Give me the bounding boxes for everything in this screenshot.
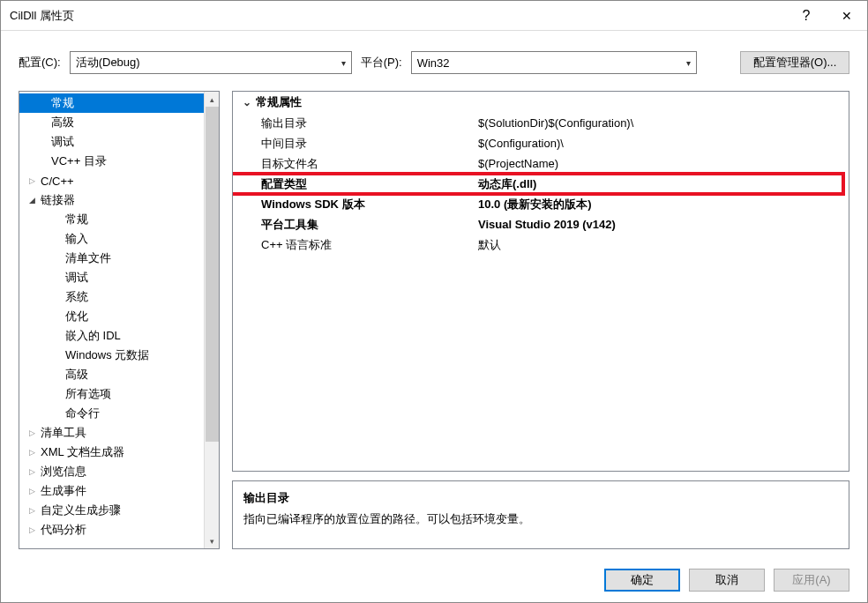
tree-item-label: 清单工具 <box>41 425 86 441</box>
property-row[interactable]: 中间目录$(Configuration)\ <box>233 133 849 153</box>
tree-item[interactable]: 嵌入的 IDL <box>19 326 204 346</box>
chevron-expanded-icon[interactable] <box>25 196 39 205</box>
scroll-down-icon[interactable]: ▾ <box>205 533 220 548</box>
tree-scrollbar[interactable]: ▴ ▾ <box>204 92 219 548</box>
tree-item[interactable]: 调试 <box>19 268 204 287</box>
description-title: 输出目录 <box>243 490 838 506</box>
chevron-collapsed-icon[interactable] <box>25 487 39 495</box>
tree-item-label: 系统 <box>65 289 88 305</box>
chevron-down-icon: ▾ <box>341 58 346 68</box>
chevron-down-icon: ⌄ <box>238 96 256 108</box>
titlebar: CilDll 属性页 ? ✕ <box>1 1 867 31</box>
property-row[interactable]: 目标文件名$(ProjectName) <box>233 153 849 174</box>
chevron-collapsed-icon[interactable] <box>25 525 39 534</box>
property-value[interactable]: Visual Studio 2019 (v142) <box>478 218 849 231</box>
property-value[interactable]: $(Configuration)\ <box>478 137 849 150</box>
tree-item[interactable]: 清单文件 <box>19 249 204 268</box>
tree-item-label: 所有选项 <box>65 386 111 402</box>
tree-item[interactable]: 浏览信息 <box>19 462 204 481</box>
tree-item[interactable]: 调试 <box>19 132 204 152</box>
tree-item[interactable]: 代码分析 <box>19 520 204 540</box>
tree-item-label: 代码分析 <box>41 522 86 538</box>
tree-item-label: 浏览信息 <box>41 464 86 480</box>
tree-item[interactable]: XML 文档生成器 <box>19 443 204 462</box>
property-name: 中间目录 <box>261 136 478 152</box>
tree-item[interactable]: 优化 <box>19 307 204 326</box>
apply-button[interactable]: 应用(A) <box>774 569 849 592</box>
config-combo[interactable]: 活动(Debug) ▾ <box>70 51 352 74</box>
platform-combo[interactable]: Win32 ▾ <box>411 51 697 74</box>
tree-item-label: Windows 元数据 <box>65 347 149 363</box>
tree-item[interactable]: 链接器 <box>19 190 204 210</box>
property-value[interactable]: 10.0 (最新安装的版本) <box>478 197 849 212</box>
tree-item[interactable]: VC++ 目录 <box>19 152 204 171</box>
tree-item[interactable]: 所有选项 <box>19 384 204 404</box>
tree-item[interactable]: 常规 <box>19 93 204 113</box>
tree-item-label: 自定义生成步骤 <box>41 502 121 518</box>
tree-item[interactable]: 系统 <box>19 287 204 307</box>
tree-item[interactable]: C/C++ <box>19 171 204 190</box>
property-row[interactable]: 配置类型动态库(.dll) <box>233 174 849 194</box>
group-header-label: 常规属性 <box>256 94 302 110</box>
help-button[interactable]: ? <box>786 1 827 31</box>
tree-item-label: XML 文档生成器 <box>41 444 124 460</box>
category-tree[interactable]: 常规高级调试VC++ 目录C/C++链接器常规输入清单文件调试系统优化嵌入的 I… <box>19 92 204 548</box>
tree-item[interactable]: 生成事件 <box>19 481 204 501</box>
chevron-collapsed-icon[interactable] <box>25 467 39 476</box>
property-row[interactable]: Windows SDK 版本10.0 (最新安装的版本) <box>233 194 849 214</box>
property-value[interactable]: $(ProjectName) <box>478 157 849 170</box>
description-text: 指向已编译程序的放置位置的路径。可以包括环境变量。 <box>243 511 838 527</box>
tree-item-label: 调试 <box>65 270 88 286</box>
property-value[interactable]: $(SolutionDir)$(Configuration)\ <box>478 116 849 130</box>
tree-item[interactable]: 清单工具 <box>19 423 204 443</box>
tree-item[interactable]: 高级 <box>19 365 204 384</box>
tree-item[interactable]: Windows 元数据 <box>19 346 204 365</box>
tree-item[interactable]: 常规 <box>19 210 204 229</box>
tree-item-label: 常规 <box>51 95 74 111</box>
configuration-manager-button[interactable]: 配置管理器(O)... <box>740 51 849 74</box>
tree-item-label: 高级 <box>65 367 88 383</box>
scroll-up-icon[interactable]: ▴ <box>205 92 220 107</box>
platform-label: 平台(P): <box>361 55 402 71</box>
property-row[interactable]: C++ 语言标准默认 <box>233 234 849 255</box>
tree-item-label: 输入 <box>65 231 88 247</box>
chevron-collapsed-icon[interactable] <box>25 428 39 437</box>
property-value[interactable]: 默认 <box>478 237 849 253</box>
tree-item[interactable]: 自定义生成步骤 <box>19 501 204 520</box>
content-area: 常规高级调试VC++ 目录C/C++链接器常规输入清单文件调试系统优化嵌入的 I… <box>1 84 867 558</box>
scroll-thumb[interactable] <box>206 107 219 442</box>
dialog-title: CilDll 属性页 <box>10 8 786 24</box>
tree-item-label: C/C++ <box>41 175 74 188</box>
config-bar: 配置(C): 活动(Debug) ▾ 平台(P): Win32 ▾ 配置管理器(… <box>1 41 867 84</box>
property-name: C++ 语言标准 <box>261 237 478 253</box>
chevron-collapsed-icon[interactable] <box>25 176 39 185</box>
chevron-down-icon: ▾ <box>686 58 691 68</box>
tree-item-label: 优化 <box>65 309 88 324</box>
platform-combo-value: Win32 <box>417 56 450 70</box>
tree-item-label: 嵌入的 IDL <box>65 328 121 344</box>
tree-item[interactable]: 高级 <box>19 113 204 132</box>
property-name: 配置类型 <box>261 176 478 192</box>
cancel-button[interactable]: 取消 <box>689 569 765 592</box>
tree-item-label: 生成事件 <box>41 483 86 499</box>
ok-button[interactable]: 确定 <box>604 569 680 592</box>
tree-item-label: 命令行 <box>65 406 100 421</box>
property-row[interactable]: 输出目录$(SolutionDir)$(Configuration)\ <box>233 113 849 133</box>
chevron-collapsed-icon[interactable] <box>25 448 39 457</box>
property-grid: ⌄ 常规属性 输出目录$(SolutionDir)$(Configuration… <box>232 91 849 472</box>
property-name: 目标文件名 <box>261 156 478 172</box>
property-row[interactable]: 平台工具集Visual Studio 2019 (v142) <box>233 214 849 234</box>
chevron-collapsed-icon[interactable] <box>25 506 39 515</box>
tree-item[interactable]: 输入 <box>19 229 204 249</box>
tree-item-label: 链接器 <box>41 192 75 208</box>
close-button[interactable]: ✕ <box>827 1 867 31</box>
tree-item-label: VC++ 目录 <box>51 153 107 169</box>
description-box: 输出目录 指向已编译程序的放置位置的路径。可以包括环境变量。 <box>232 480 849 549</box>
dialog-footer: 确定 取消 应用(A) <box>1 558 867 602</box>
config-label: 配置(C): <box>19 55 61 71</box>
property-value[interactable]: 动态库(.dll) <box>478 176 849 192</box>
category-tree-pane: 常规高级调试VC++ 目录C/C++链接器常规输入清单文件调试系统优化嵌入的 I… <box>19 91 220 549</box>
property-group-header[interactable]: ⌄ 常规属性 <box>233 92 849 113</box>
tree-item[interactable]: 命令行 <box>19 404 204 423</box>
tree-item-label: 调试 <box>51 134 74 150</box>
